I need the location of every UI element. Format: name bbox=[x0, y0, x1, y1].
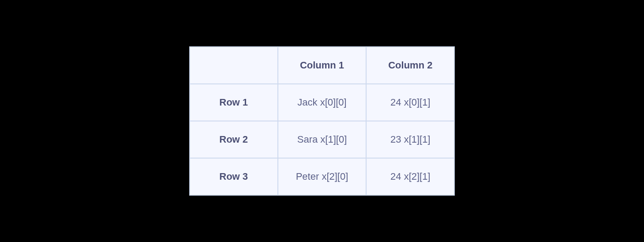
table-row: Row 2 Sara x[1][0] 23 x[1][1] bbox=[190, 121, 455, 158]
column-header-1: Column 1 bbox=[278, 47, 367, 84]
row-label-1: Row 1 bbox=[190, 84, 278, 121]
table-row: Row 1 Jack x[0][0] 24 x[0][1] bbox=[190, 84, 455, 121]
table-cell: Jack x[0][0] bbox=[278, 84, 367, 121]
table-row: Row 3 Peter x[2][0] 24 x[2][1] bbox=[190, 158, 455, 195]
table-header-row: Column 1 Column 2 bbox=[190, 47, 455, 84]
data-table: Column 1 Column 2 Row 1 Jack x[0][0] 24 … bbox=[189, 46, 455, 196]
row-label-2: Row 2 bbox=[190, 121, 278, 158]
table-cell: 23 x[1][1] bbox=[366, 121, 454, 158]
row-label-3: Row 3 bbox=[190, 158, 278, 195]
table-cell: 24 x[0][1] bbox=[366, 84, 454, 121]
table-cell: 24 x[2][1] bbox=[366, 158, 454, 195]
table-corner-cell bbox=[190, 47, 278, 84]
table-cell: Peter x[2][0] bbox=[278, 158, 367, 195]
column-header-2: Column 2 bbox=[366, 47, 454, 84]
table-cell: Sara x[1][0] bbox=[278, 121, 367, 158]
